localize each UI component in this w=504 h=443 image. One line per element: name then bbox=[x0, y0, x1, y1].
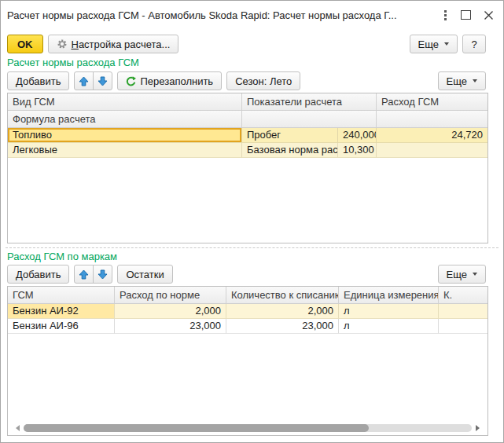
calc-settings-button[interactable]: Настройка расчета... bbox=[48, 35, 179, 53]
arrow-down-icon bbox=[97, 269, 108, 280]
col-header-writeoff[interactable]: Количество к списанию bbox=[226, 287, 339, 304]
calc-settings-label: Настройка расчета... bbox=[72, 38, 171, 50]
chevron-down-icon bbox=[473, 273, 477, 276]
remains-button[interactable]: Остатки bbox=[117, 265, 172, 284]
season-button[interactable]: Сезон: Лето bbox=[226, 71, 300, 90]
scroll-left-icon[interactable] bbox=[16, 425, 20, 431]
ok-button[interactable]: OK bbox=[7, 35, 43, 53]
col-header-k[interactable]: К. bbox=[439, 287, 487, 304]
refresh-icon bbox=[126, 76, 136, 86]
brands-cell-writeoff[interactable]: 23,000 bbox=[226, 319, 339, 334]
calc-cell-value[interactable]: 10,300 bbox=[338, 143, 377, 158]
arrow-up-icon bbox=[79, 269, 89, 280]
close-icon[interactable] bbox=[484, 10, 494, 20]
brands-cell-fuel[interactable]: Бензин АИ-92 bbox=[8, 304, 115, 319]
col-header-fuel[interactable]: ГСМ bbox=[8, 287, 115, 304]
move-down-button[interactable] bbox=[93, 71, 112, 90]
chevron-down-icon bbox=[473, 79, 477, 82]
brands-cell-writeoff[interactable]: 2,000 bbox=[226, 304, 339, 319]
scroll-right-icon[interactable] bbox=[476, 425, 480, 431]
refill-button[interactable]: Перезаполнить bbox=[117, 71, 222, 90]
calc-cell-indicator[interactable]: Базовая норма рас... bbox=[242, 143, 338, 158]
arrow-up-icon bbox=[79, 76, 89, 86]
brands-cell-rate[interactable]: 2,000 bbox=[115, 304, 226, 319]
calc-add-button[interactable]: Добавить bbox=[7, 71, 69, 90]
col-header-unit[interactable]: Единица измерения bbox=[339, 287, 439, 304]
calc-cell-value[interactable]: 240,000 bbox=[338, 128, 377, 143]
calc-more-button[interactable]: Еще bbox=[438, 71, 486, 90]
col-header-kind[interactable]: Вид ГСМ bbox=[8, 93, 242, 111]
scrollbar-track[interactable] bbox=[24, 424, 472, 432]
move-up-button[interactable] bbox=[74, 265, 94, 284]
brands-section-title: Расход ГСМ по маркам bbox=[7, 251, 497, 263]
brands-add-button[interactable]: Добавить bbox=[7, 265, 69, 284]
chevron-down-icon bbox=[444, 42, 449, 46]
col-header-formula[interactable]: Формула расчета bbox=[8, 111, 242, 128]
form-window: Расчет нормы расхода ГСМ - Автомобиль Sk… bbox=[0, 0, 504, 443]
arrow-down-icon bbox=[97, 76, 108, 86]
calc-cell-indicator[interactable]: Пробег bbox=[242, 128, 338, 143]
window-controls bbox=[443, 9, 494, 22]
brands-cell-unit[interactable]: л bbox=[339, 319, 439, 334]
window-menu-kebab-icon[interactable] bbox=[443, 9, 448, 22]
gear-icon bbox=[57, 38, 68, 49]
brands-toolbar: Добавить Остатки Еще bbox=[7, 265, 486, 284]
move-down-button[interactable] bbox=[93, 265, 112, 284]
col-header-indicators[interactable]: Показатели расчета bbox=[242, 93, 377, 111]
calc-cell-type[interactable]: Легковые bbox=[8, 143, 242, 158]
calc-section-title: Расчет нормы расхода ГСМ bbox=[7, 57, 497, 69]
titlebar: Расчет нормы расхода ГСМ - Автомобиль Sk… bbox=[1, 1, 503, 29]
move-up-button[interactable] bbox=[74, 71, 94, 90]
brands-cell-k[interactable] bbox=[439, 319, 487, 334]
brands-cell-unit[interactable]: л bbox=[339, 304, 439, 319]
brands-cell-k[interactable] bbox=[439, 304, 487, 319]
col-header-rate[interactable]: Расход по норме bbox=[115, 287, 226, 304]
maximize-icon[interactable] bbox=[461, 10, 471, 20]
help-button[interactable]: ? bbox=[462, 35, 486, 53]
calc-cell-consumption[interactable]: 24,720 bbox=[377, 128, 487, 143]
window-title: Расчет нормы расхода ГСМ - Автомобиль Sk… bbox=[7, 9, 435, 21]
col-header-consumption[interactable]: Расход ГСМ bbox=[377, 93, 487, 111]
calc-toolbar: Добавить Перезаполнить Сезон: bbox=[7, 71, 486, 90]
calc-cell-consumption[interactable] bbox=[377, 143, 487, 158]
more-button-top[interactable]: Еще bbox=[410, 35, 458, 53]
brands-table: ГСМ Расход по норме Количество к списани… bbox=[7, 286, 488, 436]
col-header-empty[interactable] bbox=[377, 111, 487, 128]
calc-cell-type[interactable]: Топливо bbox=[8, 128, 242, 143]
calc-table: Вид ГСМ Показатели расчета Расход ГСМ Фо… bbox=[7, 93, 488, 243]
section-splitter[interactable] bbox=[6, 247, 498, 248]
scrollbar-thumb[interactable] bbox=[24, 424, 369, 432]
calc-move-buttons bbox=[74, 71, 112, 90]
brands-more-button[interactable]: Еще bbox=[438, 265, 486, 284]
col-header-empty[interactable] bbox=[242, 111, 377, 128]
command-bar: OK Настройка расчета... Еще ? bbox=[7, 35, 486, 53]
horizontal-scrollbar[interactable] bbox=[16, 424, 480, 432]
brands-move-buttons bbox=[74, 265, 112, 284]
brands-cell-fuel[interactable]: Бензин АИ-96 bbox=[8, 319, 115, 334]
brands-cell-rate[interactable]: 23,000 bbox=[115, 319, 226, 334]
